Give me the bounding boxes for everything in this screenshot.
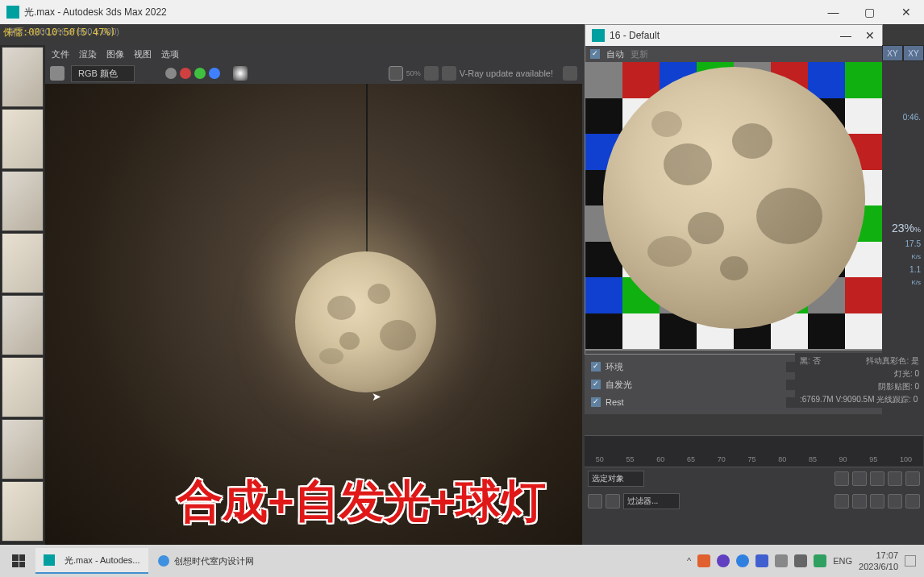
tray-icon[interactable] (736, 554, 749, 567)
taskbar: 光.max - Autodes... 创想时代室内设计网 ^ ENG 17:07… (0, 545, 924, 577)
tool-icon[interactable] (606, 494, 620, 509)
nav-icon[interactable] (888, 471, 902, 486)
nav-icon[interactable] (852, 494, 867, 509)
view-tab-xy2[interactable]: XY (903, 45, 924, 61)
ime-indicator[interactable]: ENG (833, 556, 852, 566)
clock[interactable]: 17:07 2023/6/10 (859, 550, 898, 573)
tool-icon[interactable] (588, 494, 602, 509)
taskbar-app-label: 光.max - Autodes... (65, 554, 140, 567)
red-channel-icon[interactable] (180, 68, 191, 79)
param-label: 自发光 (606, 379, 781, 391)
close-button[interactable]: ✕ (888, 0, 924, 24)
history-thumb[interactable] (2, 357, 44, 417)
param-checkbox[interactable]: ✓ (591, 380, 601, 389)
selection-input[interactable]: 选定对象 (588, 471, 644, 487)
tray-icon[interactable] (697, 554, 710, 567)
framebuffer-menubar: 文件 渲染 图像 视图 选项 (45, 45, 582, 63)
param-checkbox[interactable]: ✓ (591, 362, 601, 372)
date-label: 2023/6/10 (859, 561, 898, 572)
stat-line: 阴影贴图: 0 (797, 380, 922, 393)
param-checkbox[interactable]: ✓ (591, 397, 601, 407)
taskbar-app[interactable]: 创想时代室内设计网 (150, 548, 262, 574)
vray-update-notice[interactable]: V-Ray update available! (460, 68, 553, 78)
menu-view[interactable]: 视图 (134, 48, 152, 60)
nav-icon[interactable] (835, 471, 849, 486)
stat-line: :6769.7M V:9090.5M 光线跟踪: 0 (797, 393, 922, 406)
nav-icon[interactable] (852, 471, 867, 486)
maximize-button[interactable]: ▢ (851, 0, 888, 24)
moon-texture (603, 67, 865, 329)
tool-icon[interactable] (424, 66, 439, 81)
framebuffer-toolbar: RGB 颜色 50% V-Ray update available! (45, 63, 582, 84)
auto-checkbox[interactable]: ✓ (590, 49, 600, 59)
window-controls: — ▢ ✕ (815, 0, 924, 24)
history-thumb[interactable] (2, 295, 44, 355)
channel-icon[interactable] (50, 66, 65, 81)
menu-render[interactable]: 渲染 (79, 48, 97, 60)
time-label: 17:07 (859, 550, 898, 561)
stat-line: 黑: 否 (800, 355, 821, 367)
menu-file[interactable]: 文件 (52, 48, 69, 60)
history-thumb[interactable] (2, 481, 44, 542)
start-button[interactable] (3, 548, 34, 574)
menu-options[interactable]: 选项 (161, 48, 179, 60)
rate-unit2: K/s (882, 277, 924, 288)
settings-icon[interactable] (563, 66, 577, 81)
view-tab-xy[interactable]: XY (882, 45, 903, 61)
update-label[interactable]: 更新 (631, 48, 648, 60)
menu-image[interactable]: 图像 (106, 48, 124, 60)
nav-icon[interactable] (888, 494, 902, 509)
green-channel-icon[interactable] (194, 68, 206, 79)
lower-toolbar: 选定对象 (585, 467, 923, 490)
history-thumb[interactable] (2, 109, 44, 169)
history-thumb[interactable] (2, 47, 44, 107)
tray-icon[interactable] (755, 554, 768, 567)
minimize-button[interactable]: — (834, 25, 858, 46)
alpha-channel-icon[interactable] (233, 66, 248, 81)
overlay-caption: 合成+自发光+球灯 (177, 471, 546, 533)
history-thumb[interactable] (2, 171, 44, 231)
battery-icon[interactable] (814, 554, 826, 567)
stat-line: 灯光: 0 (797, 367, 922, 380)
nav-icon[interactable] (870, 494, 884, 509)
mono-channel-icon[interactable] (165, 68, 177, 79)
material-preview[interactable] (585, 62, 882, 351)
save-icon[interactable] (389, 66, 403, 81)
stat-line: 抖动真彩色: 是 (866, 355, 919, 367)
channel-dropdown[interactable]: RGB 颜色 (71, 65, 135, 82)
pendant-cord (366, 84, 368, 251)
moon-lamp (295, 251, 436, 392)
blue-channel-icon[interactable] (209, 68, 220, 79)
taskbar-app-label: 创想时代室内设计网 (174, 555, 254, 567)
tray-icon[interactable] (775, 554, 788, 567)
auto-label: 自动 (606, 48, 624, 60)
view-tabs: XY XY (882, 45, 924, 61)
param-label: 环境 (606, 361, 781, 373)
nav-icon[interactable] (870, 471, 884, 486)
timeline[interactable]: 50 55 60 65 70 75 80 85 90 95 100 (585, 435, 923, 467)
notification-icon[interactable] (905, 555, 916, 567)
material-toolbar: ✓ 自动 更新 (585, 46, 882, 62)
volume-icon[interactable] (794, 554, 807, 567)
minimize-button[interactable]: — (815, 0, 851, 24)
history-thumb[interactable] (2, 419, 44, 479)
window-title: 光.max - Autodesk 3ds Max 2022 (24, 6, 167, 19)
corner-time-label: 侏儒:00:10:50(5.47%) (0, 24, 119, 41)
material-title: 16 - Default (610, 30, 660, 41)
nav-icon[interactable] (905, 494, 920, 509)
history-thumb[interactable] (2, 233, 44, 293)
tray-chevron-icon[interactable]: ^ (687, 556, 691, 566)
rate-unit: K/s (882, 251, 924, 262)
param-label: Rest (606, 397, 781, 407)
nav-icon[interactable] (905, 471, 920, 486)
nav-icon[interactable] (835, 494, 849, 509)
material-titlebar: 16 - Default — ✕ (585, 25, 882, 46)
zoom-value: 50% (406, 69, 421, 77)
taskbar-app[interactable]: 光.max - Autodes... (35, 548, 148, 574)
tray-icon[interactable] (717, 554, 730, 567)
tool-icon[interactable] (442, 66, 456, 81)
render-stats: 黑: 否 抖动真彩色: 是 灯光: 0 阴影贴图: 0 :6769.7M V:9… (795, 353, 924, 408)
close-button[interactable]: ✕ (858, 25, 882, 46)
app-icon (158, 555, 169, 567)
filter-input[interactable]: 过滤器... (623, 493, 680, 509)
